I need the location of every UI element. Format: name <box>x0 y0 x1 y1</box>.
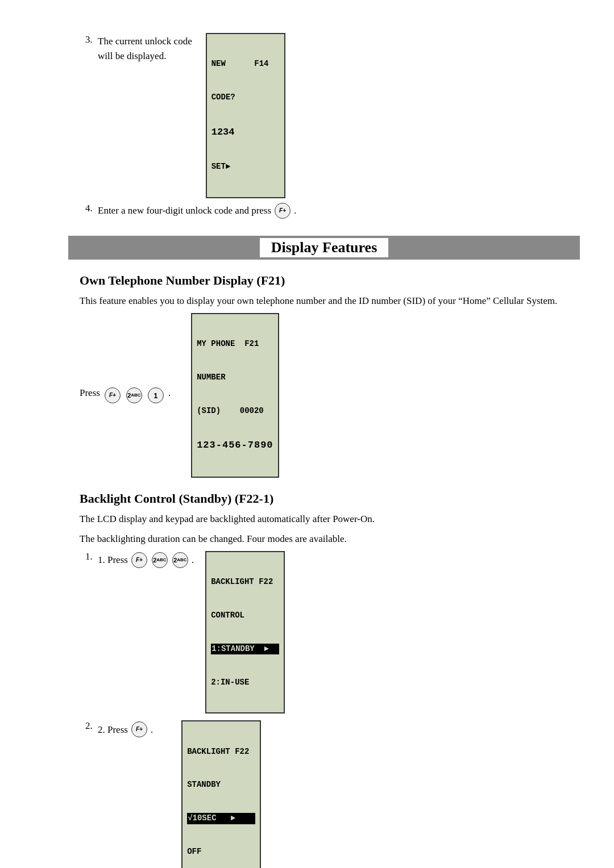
step2-press-label: 2. Press <box>98 723 128 737</box>
backlight-step2-num: 2. <box>85 720 98 732</box>
key-2abc-bl2[interactable]: 2ABC <box>172 552 188 568</box>
lcd-myphone-line1: MY PHONE F21 <box>197 339 273 350</box>
lcd-bl2-line4: OFF <box>187 846 255 858</box>
step3-number: 3. <box>85 34 98 45</box>
fx-key-bl2[interactable]: F+ <box>131 721 147 737</box>
lcd-bl1-line2: CONTROL <box>211 610 279 621</box>
lcd-bl1-line1: BACKLIGHT F22 <box>211 577 279 588</box>
section-heading-bar: Display Features <box>68 236 580 260</box>
press-label-1: Press <box>80 386 100 400</box>
section-heading: Display Features <box>260 238 389 257</box>
key-2abc[interactable]: 2ABC <box>126 387 142 403</box>
lcd-line2: CODE? <box>211 92 280 103</box>
lcd-myphone-line2: NUMBER <box>197 372 273 383</box>
lcd-new-code-display: NEW F14 CODE? 1234 SET► <box>206 33 285 198</box>
backlight-step1-num: 1. <box>85 551 98 562</box>
subsection2-body1: The LCD display and keypad are backlight… <box>80 512 569 527</box>
step1-press-label: 1. Press <box>98 553 128 567</box>
key-2abc-bl1[interactable]: 2ABC <box>152 552 168 568</box>
lcd-line4: SET► <box>211 161 280 173</box>
subsection2-body2: The backlighting duration can be changed… <box>80 532 569 546</box>
fx-key-bl1[interactable]: F+ <box>131 552 147 568</box>
fx-key-button[interactable]: F+ <box>275 203 291 219</box>
lcd-bl1-line3: 1:STANDBY ► <box>211 644 279 655</box>
lcd-line1: NEW F14 <box>211 59 280 70</box>
subsection2-heading: Backlight Control (Standby) (F22-1) <box>80 491 569 506</box>
lcd-myphone-line3: (SID) 00020 <box>197 406 273 417</box>
lcd-bl2-line2: STANDBY <box>187 779 255 791</box>
lcd-bl2-line3: √10SEC ► <box>187 813 255 824</box>
lcd-backlight2-display: BACKLIGHT F22 STANDBY √10SEC ► OFF <box>181 720 261 868</box>
lcd-line3: 1234 <box>211 126 280 139</box>
subsection1-body1: This feature enables you to display your… <box>80 294 569 308</box>
lcd-bl1-line4: 2:IN-USE <box>211 677 279 688</box>
step3-text: The current unlock code <box>98 34 192 49</box>
lcd-myphone-line4: 123-456-7890 <box>197 439 273 452</box>
step4-number: 4. <box>85 203 98 214</box>
fx-key-own[interactable]: F+ <box>105 387 121 403</box>
step3-sub: will be displayed. <box>98 49 192 64</box>
lcd-backlight1-display: BACKLIGHT F22 CONTROL 1:STANDBY ► 2:IN-U… <box>205 551 285 713</box>
lcd-myphone-display: MY PHONE F21 NUMBER (SID) 00020 123-456-… <box>191 313 279 478</box>
lcd-bl2-line1: BACKLIGHT F22 <box>187 746 255 758</box>
step4-period: . <box>294 203 296 218</box>
subsection1-heading: Own Telephone Number Display (F21) <box>80 273 569 288</box>
key-1[interactable]: 1 <box>148 387 164 403</box>
step4-text: Enter a new four-digit unlock code and p… <box>98 203 271 218</box>
